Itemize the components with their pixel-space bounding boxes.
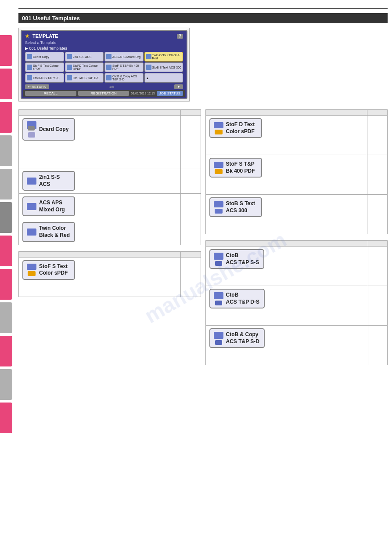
2in1-icon-box bbox=[27, 178, 36, 185]
acs-aps-label: ACS APSMixed Org bbox=[39, 200, 65, 213]
tab-4[interactable] bbox=[0, 135, 12, 166]
stofd-icon-top bbox=[214, 122, 223, 128]
tab-7[interactable] bbox=[0, 236, 12, 266]
rt-col-header-1 bbox=[205, 110, 367, 116]
twin-color-card[interactable]: Twin ColorBlack & Red bbox=[22, 222, 75, 242]
tab-6[interactable] bbox=[0, 202, 12, 233]
ctob-ss-card-cell: CtoBACS T&P S-S bbox=[205, 247, 368, 286]
template-button-grid: Dcard Copy 2in1 S-S ACS ACS APS Mixed Or… bbox=[23, 51, 185, 83]
stofs-desc-cell bbox=[180, 257, 201, 297]
tmpl-btn-2in1[interactable]: 2in1 S-S ACS bbox=[65, 52, 104, 62]
status-time: 03/01/2012 12:15 bbox=[131, 92, 155, 95]
tmpl-btn-stofd[interactable]: StoFD Text Colour tsPDF bbox=[65, 62, 104, 72]
2in1-card[interactable]: 2in1 S-SACS bbox=[22, 171, 75, 191]
stofstp-icon-top bbox=[214, 162, 223, 168]
stofstp-icon-bottom bbox=[215, 169, 223, 174]
acs-aps-card[interactable]: ACS APSMixed Org bbox=[22, 196, 75, 216]
ctob-ss-desc-cell bbox=[368, 247, 388, 286]
return-btn[interactable]: ↩ RETURN bbox=[25, 84, 49, 89]
dcard-copy-card[interactable]: Dcard Copy bbox=[22, 118, 75, 141]
table-row-twin: Twin ColorBlack & Red bbox=[19, 219, 201, 245]
scroll-down-btn[interactable]: ▼ bbox=[174, 84, 183, 89]
table-row-ctob-ss: CtoBACS T&P S-S bbox=[205, 247, 388, 286]
tmpl-btn-acs[interactable]: ACS APS Mixed Org bbox=[104, 52, 144, 62]
ctob-copy-card[interactable]: CtoB & CopyACS T&P S-D bbox=[209, 328, 265, 348]
tmpl-icon-ctob2 bbox=[67, 75, 72, 80]
tmpl-btn-stofs[interactable]: StoF S Text Colour sPDF bbox=[25, 62, 64, 72]
tmpl-btn-ctob2[interactable]: CtoB ACS T&P D-S bbox=[65, 73, 104, 83]
stofstp-desc-cell bbox=[367, 155, 388, 195]
tab-2[interactable] bbox=[0, 69, 12, 99]
tmpl-btn-dcard[interactable]: Dcard Copy bbox=[25, 52, 64, 62]
tmpl-btn-stobs[interactable]: StoB S Text ACS-300 bbox=[144, 62, 183, 72]
2in1-icon bbox=[27, 178, 36, 185]
job-status-btn[interactable]: JOB STATUS bbox=[157, 91, 183, 96]
2in1-card-cell: 2in1 S-SACS bbox=[19, 168, 181, 194]
ui-screenshot-box: ★ TEMPLATE ? Select a Template ▶ 001 Use… bbox=[18, 28, 190, 102]
right-top-table: StoF D TextColor sPDF bbox=[205, 109, 388, 234]
tmpl-icon-twin bbox=[146, 54, 151, 59]
ctob-ss-card[interactable]: CtoBACS T&P S-S bbox=[209, 249, 265, 269]
tab-3[interactable] bbox=[0, 102, 12, 133]
stofd-text-card[interactable]: StoF D TextColor sPDF bbox=[209, 118, 262, 138]
dcard-icon-top bbox=[27, 121, 36, 129]
ctob-ss-label: CtoBACS T&P S-S bbox=[226, 252, 259, 266]
ctob-ss-icon bbox=[214, 253, 223, 260]
tab-10[interactable] bbox=[0, 336, 12, 366]
twin-icon-box bbox=[27, 229, 36, 236]
tmpl-btn-scroll-up[interactable]: ▲ bbox=[144, 73, 183, 83]
table-row-stofd: StoF D TextColor sPDF bbox=[205, 116, 388, 155]
left-col-header-1 bbox=[19, 110, 181, 116]
tmpl-icon-ctob3 bbox=[106, 75, 111, 80]
left-col-header-2 bbox=[180, 110, 201, 116]
tmpl-btn-twin[interactable]: Twin Colour Black & Red bbox=[144, 52, 183, 62]
template-nav-bar: ↩ RETURN 1/5 ▼ bbox=[23, 83, 185, 90]
stobs-desc-cell bbox=[367, 195, 388, 234]
tab-12[interactable] bbox=[0, 403, 12, 433]
tmpl-btn-stofstp[interactable]: StoF S T&P Bk 400 PDF bbox=[104, 62, 144, 72]
bl-col-header-2 bbox=[180, 251, 201, 257]
stofstp-card-cell: StoF S T&PBk 400 PDF bbox=[205, 155, 367, 195]
ctob-ds-card[interactable]: CtoBACS T&P D-S bbox=[209, 289, 265, 308]
twin-color-label: Twin ColorBlack & Red bbox=[39, 225, 70, 239]
stobs-card-cell: StoB S TextACS 300 bbox=[205, 195, 367, 234]
left-column: Dcard Copy 2in1 S-SACS bbox=[18, 109, 201, 371]
rt-col-header-2 bbox=[367, 110, 388, 116]
template-bottom-bar: RECALL REGISTRATION 03/01/2012 12:15 JOB… bbox=[23, 90, 185, 97]
tab-1[interactable] bbox=[0, 35, 12, 66]
dcard-copy-label: Dcard Copy bbox=[39, 126, 68, 133]
ctob-copy-label: CtoB & CopyACS T&P S-D bbox=[226, 331, 259, 345]
stofs-text-card[interactable]: StoF S TextColor sPDF bbox=[22, 260, 75, 280]
tab-9[interactable] bbox=[0, 302, 12, 333]
ctob-copy-icon2 bbox=[215, 340, 222, 345]
ctob-ss-icon-box bbox=[214, 253, 223, 266]
tab-11[interactable] bbox=[0, 369, 12, 400]
tmpl-icon-acs bbox=[106, 54, 111, 59]
ctob-ss-icon2 bbox=[215, 261, 222, 266]
ctob-ds-icon-box bbox=[214, 292, 223, 305]
bottom-left-table: StoF S TextColor sPDF bbox=[18, 251, 201, 297]
template-subtitle: Select a Template bbox=[23, 40, 185, 46]
stofs-text-label: StoF S TextColor sPDF bbox=[39, 263, 68, 277]
tmpl-btn-ctob3[interactable]: CtoB & Copy ACS T&P S-D bbox=[104, 73, 144, 83]
stofd-icon-bottom bbox=[215, 130, 223, 134]
table-row-stofs: StoF S TextColor sPDF bbox=[19, 257, 201, 297]
stofstp-icon-box bbox=[214, 162, 223, 174]
twin-card-cell: Twin ColorBlack & Red bbox=[19, 219, 181, 245]
stobs-text-card[interactable]: StoB S TextACS 300 bbox=[209, 197, 262, 217]
stofd-text-label: StoF D TextColor sPDF bbox=[226, 121, 255, 135]
registration-btn[interactable]: REGISTRATION bbox=[78, 91, 129, 96]
tmpl-btn-ctob1[interactable]: CtoB ACS T&P S-S bbox=[25, 73, 64, 83]
table-row-ctob-copy: CtoB & CopyACS T&P S-D bbox=[205, 326, 388, 365]
tab-8[interactable] bbox=[0, 269, 12, 300]
tab-5[interactable] bbox=[0, 169, 12, 200]
tmpl-icon-ctob1 bbox=[27, 75, 32, 80]
tmpl-icon-2in1 bbox=[67, 54, 72, 59]
template-help-btn[interactable]: ? bbox=[177, 34, 183, 39]
bl-col-header-1 bbox=[19, 251, 181, 257]
stofstp-card[interactable]: StoF S T&PBk 400 PDF bbox=[209, 158, 262, 178]
table-row-dcard: Dcard Copy bbox=[19, 116, 201, 168]
recall-btn[interactable]: RECALL bbox=[25, 91, 76, 96]
scroll-indicator: 1/5 bbox=[109, 85, 114, 89]
tmpl-icon-dcard bbox=[27, 54, 32, 59]
